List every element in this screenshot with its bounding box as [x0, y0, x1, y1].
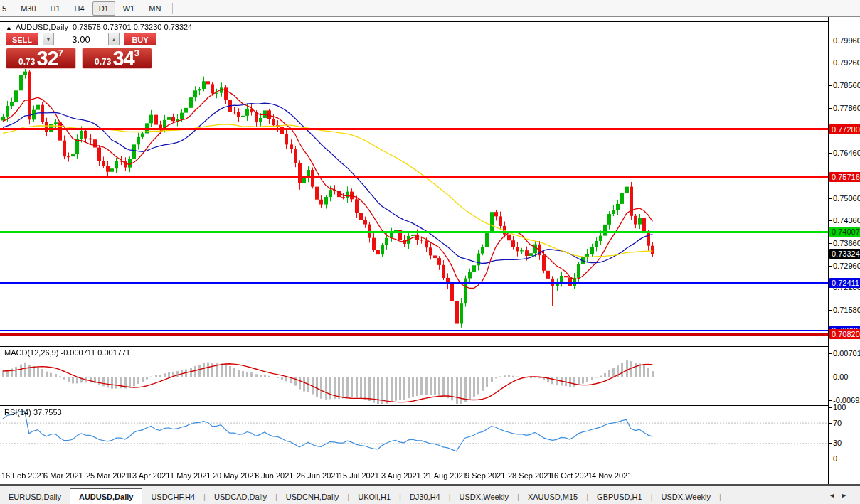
level-line-support-red-low[interactable]	[0, 333, 828, 336]
price-tick-label: 0.72960	[833, 262, 860, 270]
timeframe-button-w1[interactable]: W1	[117, 1, 142, 16]
tab-usdcnh-daily[interactable]: USDCNH,Daily	[277, 490, 348, 504]
rsi-tick-label: 0	[833, 454, 837, 463]
level-line-support-blue[interactable]	[0, 282, 828, 284]
price-chart-canvas[interactable]	[0, 17, 828, 486]
date-tick-label: 20 May 2021	[213, 471, 258, 480]
date-tick-label: 13 Apr 2021	[128, 471, 170, 480]
buy-price-prefix: 0.73	[95, 56, 111, 68]
timeframe-button-h1[interactable]: H1	[44, 1, 67, 16]
level-price-badge-support-blue: 0.72411	[829, 278, 860, 288]
tab-audusd-daily[interactable]: AUDUSD,Daily	[70, 488, 142, 504]
price-tick-label: 0.77860	[833, 104, 860, 112]
date-tick-label: 15 Jul 2021	[339, 471, 379, 480]
buy-price-pip: 3	[134, 50, 139, 57]
date-tick-label: 6 Mar 2021	[43, 471, 83, 480]
price-tick	[829, 220, 832, 221]
rsi-label: RSI(14) 37.7553	[4, 408, 62, 417]
price-tick-label: 0.76460	[833, 149, 860, 157]
volume-input[interactable]	[54, 33, 108, 45]
level-price-badge-resistance-2: 0.75716	[829, 172, 860, 182]
tab-usdx-weekly[interactable]: USDX,Weekly	[451, 490, 517, 504]
tabs-scroll-right-icon[interactable]: ►	[841, 492, 853, 499]
date-tick-label: 3 Aug 2021	[381, 471, 421, 480]
price-axis[interactable]: 0.799600.792600.785600.778600.764600.750…	[828, 17, 860, 484]
sell-button[interactable]: SELL	[6, 33, 38, 45]
date-tick-label: 16 Oct 2021	[550, 471, 593, 480]
tab-ukoil-h1[interactable]: UKOil,H1	[349, 490, 399, 504]
one-click-trading-panel: SELL ▼ ▲ BUY 0.73 32 7 0.73 34 3	[6, 33, 156, 69]
level-line-support-blue-low[interactable]	[0, 330, 828, 331]
price-tick	[829, 266, 832, 267]
volume-increase-icon[interactable]: ▲	[108, 33, 120, 45]
volume-decrease-icon[interactable]: ▼	[43, 33, 54, 45]
level-line-resistance-1[interactable]	[0, 128, 828, 130]
level-price-badge-resistance-1: 0.77200	[829, 124, 860, 134]
macd-tick	[829, 377, 832, 377]
date-tick-label: 26 Jun 2021	[297, 471, 340, 480]
tab-eurusd-daily[interactable]: EURUSD,Daily	[0, 490, 70, 504]
tab-usdcad-daily[interactable]: USDCAD,Daily	[206, 490, 275, 504]
tab-xauusd-m15[interactable]: XAUUSD,M15	[519, 490, 586, 504]
chart-window: ▲AUDUSD,Daily 0.73575 0.73701 0.73230 0.…	[0, 17, 860, 486]
sell-price-main: 32	[36, 49, 58, 68]
level-line-pivot-green[interactable]	[0, 231, 828, 233]
timeframe-button-m30[interactable]: M30	[14, 1, 42, 16]
sell-price-box[interactable]: 0.73 32 7	[6, 48, 76, 69]
tab-divider: |	[719, 493, 721, 504]
rsi-tick-label: 30	[833, 439, 842, 447]
chart-title: ▲AUDUSD,Daily 0.73575 0.73701 0.73230 0.…	[6, 23, 192, 31]
price-tick-label: 0.79960	[833, 36, 860, 45]
chart-ohlc-values: 0.73575 0.73701 0.73230 0.73324	[73, 23, 192, 31]
rsi-tick-label: 100	[833, 403, 846, 412]
price-tick-label: 0.71580	[833, 306, 860, 314]
chart-tab-bar: EURUSD,DailyAUDUSD,DailyUSDCHF,H4|USDCAD…	[0, 486, 860, 504]
tab-scroll-arrows[interactable]: ◄►	[829, 492, 853, 499]
timeframe-button-5[interactable]: 5	[0, 1, 13, 16]
timeframe-button-h4[interactable]: H4	[68, 1, 91, 16]
date-tick-label: 16 Feb 2021	[1, 471, 46, 480]
macd-tick	[829, 353, 832, 354]
date-axis-separator	[0, 468, 860, 468]
price-tick-label: 0.73660	[833, 239, 860, 247]
level-line-resistance-2[interactable]	[0, 176, 828, 178]
rsi-pane-separator[interactable]	[0, 405, 860, 406]
rsi-tick	[829, 407, 832, 408]
buy-price-main: 34	[112, 49, 134, 68]
price-tick	[829, 310, 832, 311]
timeframe-toolbar: 5M30H1H4D1W1MN	[0, 0, 860, 17]
price-tick	[829, 41, 832, 41]
timeframe-button-d1[interactable]: D1	[92, 1, 115, 16]
rsi-tick	[829, 443, 832, 444]
price-tick	[829, 108, 832, 109]
sell-price-pip: 7	[58, 50, 63, 57]
chart-frame-top	[0, 21, 860, 22]
macd-label: MACD(12,26,9) -0.000711 0.001771	[4, 348, 130, 357]
tab-gbpusd-h1[interactable]: GBPUSD,H1	[588, 490, 651, 504]
level-price-badge-support-red-low: 0.70820	[829, 329, 860, 339]
date-tick-label: 1 May 2021	[170, 471, 211, 480]
buy-button[interactable]: BUY	[124, 33, 156, 45]
date-tick-label: 28 Sep 2021	[508, 471, 552, 480]
macd-tick-label: 0.007015	[833, 349, 860, 358]
macd-pane-separator[interactable]	[0, 346, 860, 347]
rsi-tick	[829, 423, 832, 424]
collapse-panel-icon[interactable]: ▲	[6, 24, 12, 31]
tabs-scroll-left-icon[interactable]: ◄	[829, 492, 841, 499]
tab-dj30-h4[interactable]: DJ30,H4	[401, 490, 449, 504]
timeframe-button-mn[interactable]: MN	[142, 1, 167, 16]
chart-symbol-label: AUDUSD,Daily	[16, 23, 68, 31]
tab-usdx-weekly[interactable]: USDX,Weekly	[653, 490, 719, 504]
price-tick	[829, 198, 832, 199]
date-tick-label: 9 Sep 2021	[465, 471, 505, 480]
toolbar-separator	[172, 3, 173, 14]
macd-tick-label: 0.00	[833, 372, 848, 381]
price-tick-label: 0.75060	[833, 194, 860, 203]
date-tick-label: 8 Jun 2021	[255, 471, 293, 480]
current-price-badge: 0.73324	[829, 249, 860, 259]
price-tick	[829, 85, 832, 86]
rsi-tick	[829, 459, 832, 459]
tab-usdchf-h4[interactable]: USDCHF,H4	[142, 490, 203, 504]
trading-app: 5M30H1H4D1W1MN ▲AUDUSD,Daily 0.73575 0.7…	[0, 0, 860, 504]
buy-price-box[interactable]: 0.73 34 3	[82, 48, 152, 69]
